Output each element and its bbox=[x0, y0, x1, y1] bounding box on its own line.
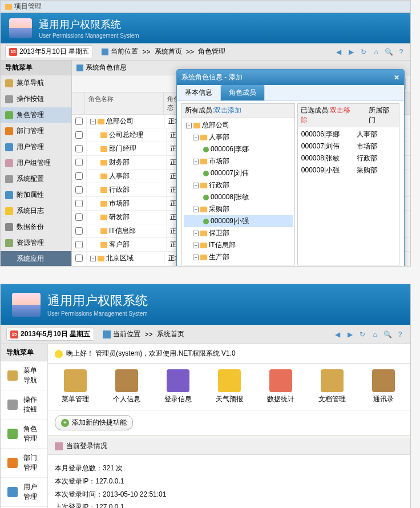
add-quick-button[interactable]: + 添加新的快捷功能 bbox=[55, 415, 133, 430]
tile-weather[interactable]: 天气预报 bbox=[208, 369, 251, 404]
col-head[interactable]: 角色名称 bbox=[85, 92, 164, 114]
all-members-panel: 所有成员:双击添加 −总部公司−人事部000006|李娜−市场部000007|刘… bbox=[181, 103, 295, 265]
role-dialog: 系统角色信息 - 添加 ✕ 基本信息 角色成员 所有成员:双击添加 −总部公司−… bbox=[176, 69, 405, 266]
content: 晚上好！ 管理员(system)，欢迎使用.NET权限系统 V1.0 菜单管理个… bbox=[48, 344, 410, 508]
row-checkbox[interactable] bbox=[75, 131, 83, 139]
sidebar-item-usergrp-mgmt[interactable]: 用户组管理 bbox=[1, 155, 71, 171]
tree-toggle-icon[interactable]: − bbox=[90, 256, 96, 261]
tree-toggle-icon[interactable]: − bbox=[186, 123, 192, 128]
row-checkbox[interactable] bbox=[75, 200, 83, 207]
sidebar-item-label: 数据备份 bbox=[17, 222, 44, 232]
tree-toggle-icon[interactable]: − bbox=[193, 207, 199, 212]
sidebar-item-role-mgmt[interactable]: 角色管理 bbox=[1, 107, 71, 123]
help-icon[interactable]: ? bbox=[397, 47, 406, 57]
selected-row[interactable]: 000008|张敏行政部 bbox=[299, 152, 398, 164]
sidebar-item-dept-mgmt[interactable]: 部门管理 bbox=[1, 123, 71, 139]
tree-item[interactable]: 000006|李娜 bbox=[184, 143, 293, 155]
tab-members[interactable]: 角色成员 bbox=[221, 85, 265, 100]
tile-data-stats[interactable]: 数据统计 bbox=[259, 369, 302, 404]
row-checkbox[interactable] bbox=[75, 186, 83, 193]
sidebar-item-role-mgmt[interactable]: 角色管理 bbox=[1, 420, 47, 449]
back-icon[interactable]: ◀ bbox=[333, 330, 342, 339]
tree-item[interactable]: 000008|张敏 bbox=[184, 191, 293, 203]
refresh-icon[interactable]: ↻ bbox=[358, 330, 367, 339]
selected-row[interactable]: 000007|刘伟市场部 bbox=[299, 140, 398, 152]
login-line: 本次登录时间：2013-05-10 22:51:01 bbox=[55, 488, 403, 501]
loc-p2[interactable]: 角色管理 bbox=[198, 47, 225, 57]
tile-contacts[interactable]: 通讯录 bbox=[362, 369, 405, 404]
tree-item[interactable]: −生产部 bbox=[184, 251, 293, 263]
tile-doc-mgmt[interactable]: 文档管理 bbox=[310, 369, 353, 404]
tree-item[interactable]: −保卫部 bbox=[184, 227, 293, 239]
row-checkbox[interactable] bbox=[75, 145, 83, 152]
forward-icon[interactable]: ▶ bbox=[345, 330, 354, 339]
search-icon[interactable]: 🔍 bbox=[384, 47, 393, 57]
layout: 导航菜单 菜单导航操作按钮角色管理部门管理用户管理用户组管理系统配置附加属性系统… bbox=[1, 344, 410, 508]
sidebar-item-op-btn[interactable]: 操作按钮 bbox=[1, 91, 71, 107]
tree-item[interactable]: −行政部 bbox=[184, 179, 293, 191]
row-checkbox[interactable] bbox=[75, 255, 83, 262]
role-name: 部门经理 bbox=[109, 144, 136, 154]
folder-icon bbox=[98, 119, 104, 124]
sidebar-item-user-mgmt[interactable]: 用户管理 bbox=[1, 478, 47, 507]
close-icon[interactable]: ✕ bbox=[394, 74, 399, 82]
tree-item[interactable]: −总部公司 bbox=[184, 119, 293, 131]
sidebar-item-data-backup[interactable]: 数据备份 bbox=[1, 219, 71, 235]
back-icon[interactable]: ◀ bbox=[334, 47, 343, 57]
personal-info-icon bbox=[115, 369, 138, 392]
col-head[interactable] bbox=[72, 92, 85, 114]
loc-p1[interactable]: 系统首页 bbox=[157, 329, 184, 339]
tree-toggle-icon[interactable]: − bbox=[193, 231, 199, 236]
row-checkbox[interactable] bbox=[75, 213, 83, 221]
selected-row[interactable]: 000009|小强采购部 bbox=[299, 164, 398, 176]
data-stats-icon bbox=[269, 369, 292, 392]
sidebar-item-menu-nav[interactable]: 菜单导航 bbox=[1, 75, 71, 91]
tree-label: 保卫部 bbox=[209, 228, 229, 238]
tree-toggle-icon[interactable]: − bbox=[193, 183, 199, 188]
tab-basic[interactable]: 基本信息 bbox=[177, 85, 221, 100]
tree-item[interactable]: −市场部 bbox=[184, 155, 293, 167]
home-icon[interactable]: ⌂ bbox=[371, 47, 381, 57]
dialog-body: 所有成员:双击添加 −总部公司−人事部000006|李娜−市场部000007|刘… bbox=[177, 101, 404, 266]
row-checkbox[interactable] bbox=[75, 227, 83, 235]
sidebar-item-user-mgmt[interactable]: 用户管理 bbox=[1, 139, 71, 155]
sidebar-item-sys-log[interactable]: 系统日志 bbox=[1, 203, 71, 219]
forward-icon[interactable]: ▶ bbox=[346, 47, 356, 57]
tree-item[interactable]: −人事部 bbox=[184, 131, 293, 143]
sidebar-item-sys-app[interactable]: 系统应用 bbox=[1, 251, 71, 267]
tree-item[interactable]: −采购部 bbox=[184, 203, 293, 215]
sidebar-item-op-btn[interactable]: 操作按钮 bbox=[1, 390, 47, 420]
sel-dept: 人事部 bbox=[357, 130, 395, 139]
tree-item[interactable]: −IT信息部 bbox=[184, 239, 293, 251]
tree-item[interactable]: 000007|刘伟 bbox=[184, 167, 293, 179]
sidebar-item-res-mgmt[interactable]: 资源管理 bbox=[1, 235, 71, 251]
search-icon[interactable]: 🔍 bbox=[383, 330, 392, 339]
row-checkbox[interactable] bbox=[75, 172, 83, 180]
sidebar-item-menu-nav[interactable]: 菜单导航 bbox=[1, 361, 47, 390]
row-checkbox[interactable] bbox=[75, 118, 83, 125]
tree-toggle-icon[interactable]: − bbox=[90, 119, 96, 124]
sidebar-item-dept-mgmt[interactable]: 部门管理 bbox=[1, 449, 47, 478]
row-checkbox[interactable] bbox=[75, 241, 83, 248]
tile-menu-mgmt[interactable]: 菜单管理 bbox=[54, 369, 96, 404]
sidebar-item-attach-attr[interactable]: 附加属性 bbox=[1, 187, 71, 203]
tile-label: 天气预报 bbox=[208, 394, 251, 404]
tree-toggle-icon[interactable]: − bbox=[193, 243, 199, 248]
top-tab-label: 项目管理 bbox=[14, 2, 42, 11]
loc-label: 当前位置 bbox=[113, 329, 140, 339]
row-checkbox[interactable] bbox=[75, 159, 83, 166]
help-icon[interactable]: ? bbox=[395, 330, 405, 339]
loc-p1[interactable]: 系统首页 bbox=[155, 47, 182, 57]
role-name: 市场部 bbox=[109, 199, 130, 208]
tile-personal-info[interactable]: 个人信息 bbox=[105, 369, 148, 404]
tree-toggle-icon[interactable]: − bbox=[193, 159, 199, 164]
tree-item[interactable]: 000009|小强 bbox=[184, 215, 293, 227]
selected-row[interactable]: 000006|李娜人事部 bbox=[299, 128, 398, 140]
sidebar-item-sys-config[interactable]: 系统配置 bbox=[1, 171, 71, 187]
home-icon[interactable]: ⌂ bbox=[370, 330, 379, 339]
tree-toggle-icon[interactable]: − bbox=[193, 135, 199, 140]
refresh-icon[interactable]: ↻ bbox=[359, 47, 368, 57]
tile-login-info[interactable]: 登录信息 bbox=[156, 369, 199, 404]
tree-toggle-icon[interactable]: − bbox=[193, 255, 199, 260]
tile-label: 文档管理 bbox=[310, 394, 353, 404]
